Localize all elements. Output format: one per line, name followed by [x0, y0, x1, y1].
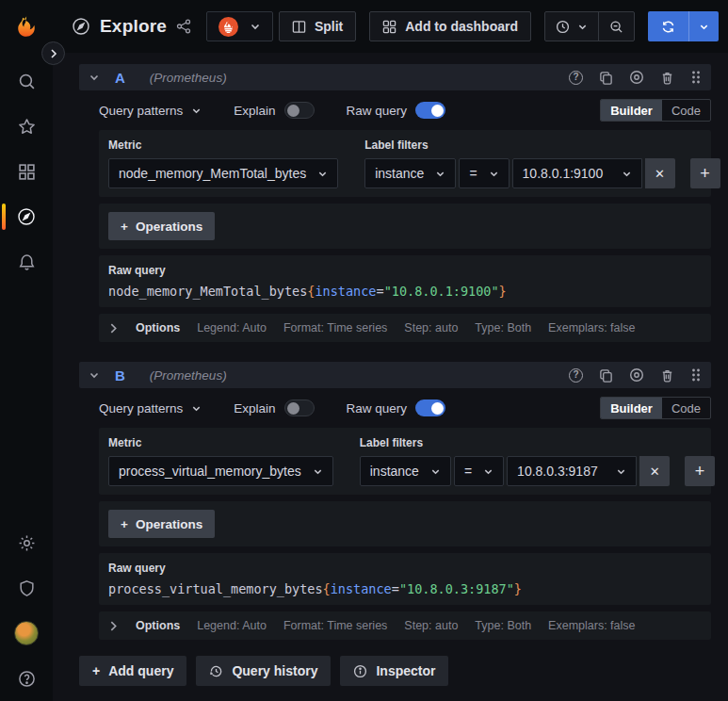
toggle-knob — [431, 105, 444, 117]
promql-lbrace: { — [323, 581, 331, 596]
datasource-picker[interactable] — [206, 11, 273, 41]
promql-value: "10.8.0.3:9187" — [399, 581, 514, 596]
sidebar-expand-button[interactable] — [41, 41, 65, 65]
query-help-button[interactable]: ? — [569, 368, 583, 383]
raw-query-toggle[interactable] — [415, 399, 445, 416]
metric-field: Metric process_virtual_memory_bytes — [108, 436, 333, 486]
promql-eq: = — [392, 581, 399, 596]
query-history-button[interactable]: Query history — [196, 656, 331, 686]
inspector-button[interactable]: Inspector — [340, 656, 448, 686]
plus-icon: + — [121, 220, 128, 234]
chevron-down-icon — [191, 403, 202, 414]
builder-mode-button[interactable]: Builder — [601, 398, 662, 418]
refresh-button[interactable] — [648, 11, 688, 41]
drag-handle[interactable] — [690, 367, 702, 383]
label-value-select[interactable]: 10.8.0.3:9187 — [507, 456, 637, 486]
explore-pane: A (Prometheus) ? — [53, 53, 728, 701]
duplicate-query-button[interactable] — [599, 71, 613, 85]
sidebar-item-search[interactable] — [0, 58, 53, 104]
add-operation-button[interactable]: + Operations — [108, 212, 215, 240]
eye-icon — [629, 70, 644, 85]
collapse-chevron-icon[interactable] — [89, 369, 100, 381]
query-patterns-dropdown[interactable]: Query patterns — [99, 104, 202, 118]
options-row-b[interactable]: Options Legend: Auto Format: Time series… — [99, 611, 711, 640]
explain-toggle[interactable] — [284, 399, 315, 416]
query-history-label: Query history — [232, 663, 317, 678]
sidebar-item-explore[interactable] — [0, 194, 53, 239]
remove-query-button[interactable] — [660, 71, 674, 85]
remove-label-filter-button[interactable]: ✕ — [645, 158, 675, 188]
add-operation-button[interactable]: + Operations — [108, 510, 215, 538]
sidebar-item-starred[interactable] — [0, 104, 53, 149]
sidebar-item-configuration[interactable] — [0, 520, 53, 565]
add-label-filter-button[interactable]: + — [690, 158, 720, 188]
label-filters-field: Label filters instance = 10.8. — [360, 436, 715, 486]
options-step: Step: auto — [404, 619, 458, 632]
explain-toggle[interactable] — [284, 102, 315, 119]
label-value-select[interactable]: 10.8.0.1:9100 — [512, 158, 642, 188]
label-operator-value: = — [469, 166, 477, 181]
split-columns-icon — [292, 20, 306, 34]
raw-query-toggle[interactable] — [415, 102, 445, 119]
label-name-select[interactable]: instance — [364, 158, 456, 188]
grafana-logo[interactable] — [0, 14, 53, 39]
metric-select[interactable]: process_virtual_memory_bytes — [108, 456, 333, 486]
remove-query-button[interactable] — [660, 368, 674, 383]
disable-query-button[interactable] — [629, 70, 644, 85]
drag-handle[interactable] — [690, 70, 702, 85]
refresh-sync-icon — [661, 20, 675, 34]
metric-select[interactable]: node_memory_MemTotal_bytes — [108, 158, 338, 188]
remove-label-filter-button[interactable]: ✕ — [639, 456, 670, 486]
label-operator-select[interactable]: = — [454, 456, 504, 486]
chevron-down-icon — [250, 21, 261, 32]
promql-rbrace: } — [499, 284, 507, 299]
sidebar-item-server-admin[interactable] — [0, 565, 53, 611]
history-icon — [209, 664, 223, 678]
split-button[interactable]: Split — [279, 11, 356, 41]
options-title: Options — [136, 321, 180, 334]
editor-mode-group: Builder Code — [600, 397, 711, 419]
time-picker-button[interactable] — [545, 12, 598, 41]
query-header-b[interactable]: B (Prometheus) ? — [79, 362, 711, 388]
duplicate-query-button[interactable] — [599, 368, 613, 383]
grafana-flame-icon — [14, 14, 39, 39]
share-icon[interactable] — [176, 19, 191, 34]
promql-label: instance — [315, 284, 376, 299]
metric-field-label: Metric — [108, 139, 338, 152]
sidebar-item-alerting[interactable] — [0, 239, 53, 285]
metric-labels-panel-b: Metric process_virtual_memory_bytes Labe… — [99, 428, 711, 495]
explore-compass-icon — [72, 17, 90, 36]
editor-mode-group: Builder Code — [600, 99, 711, 122]
grip-dots-icon — [690, 367, 702, 383]
builder-mode-button[interactable]: Builder — [601, 100, 662, 121]
label-operator-select[interactable]: = — [459, 158, 509, 188]
query-patterns-dropdown[interactable]: Query patterns — [99, 401, 202, 416]
sidebar-item-profile[interactable] — [0, 611, 53, 656]
refresh-interval-dropdown[interactable] — [688, 11, 719, 41]
code-mode-button[interactable]: Code — [662, 398, 710, 418]
add-label-filter-button[interactable]: + — [685, 456, 715, 486]
add-query-button[interactable]: + Add query — [79, 656, 186, 686]
query-header-a[interactable]: A (Prometheus) ? — [79, 64, 711, 90]
disable-query-button[interactable] — [629, 367, 644, 383]
label-name-select[interactable]: instance — [360, 456, 451, 486]
bell-icon — [18, 253, 36, 271]
chevron-down-icon — [699, 22, 709, 32]
label-filters-field: Label filters instance = 10.8. — [364, 139, 720, 188]
zoom-out-icon — [609, 20, 623, 34]
promql-metric: process_virtual_memory_bytes — [108, 581, 323, 596]
query-help-button[interactable]: ? — [569, 71, 583, 85]
query-editor-row-b: B (Prometheus) ? — [79, 362, 711, 640]
metric-value: node_memory_MemTotal_bytes — [119, 166, 306, 181]
raw-query-label: Raw query — [347, 104, 408, 118]
code-mode-button[interactable]: Code — [662, 100, 710, 121]
sidebar-item-help[interactable] — [0, 656, 53, 701]
collapse-chevron-icon[interactable] — [89, 72, 100, 83]
sidebar-item-dashboards[interactable] — [0, 149, 53, 194]
add-query-label: Add query — [108, 663, 173, 678]
star-icon — [18, 118, 36, 136]
zoom-out-button[interactable] — [598, 12, 634, 41]
metric-labels-panel-a: Metric node_memory_MemTotal_bytes Label … — [99, 130, 711, 197]
add-to-dashboard-button[interactable]: Add to dashboard — [369, 11, 531, 41]
options-row-a[interactable]: Options Legend: Auto Format: Time series… — [99, 314, 711, 342]
